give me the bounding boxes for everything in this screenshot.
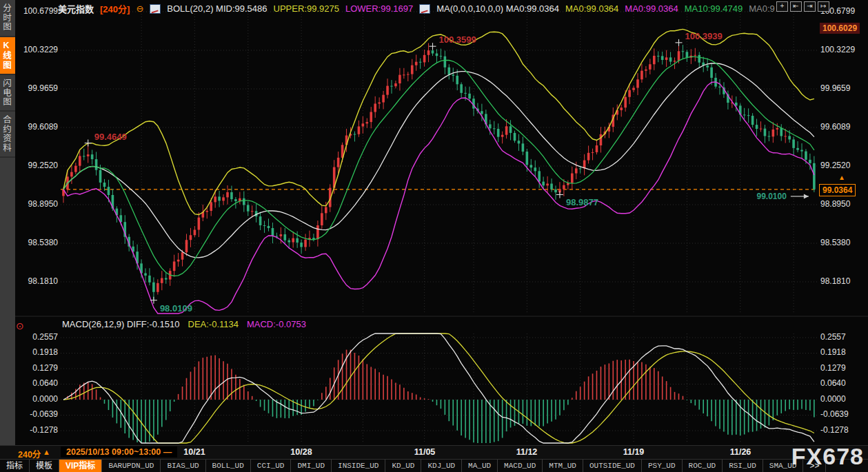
macd-header: MACD(26,12,9) DIFF:-0.1510DEA:-0.1134MAC…: [62, 319, 306, 329]
macd-axis-right-label: 0.1918: [820, 347, 846, 357]
ma10-value: MA10:99.4749: [685, 3, 743, 14]
tab-cci-ud[interactable]: CCI_UD: [251, 460, 292, 472]
main-axis-left-label: 98.1810: [18, 276, 58, 286]
main-axis-right-label: 98.8950: [820, 199, 850, 209]
macd-axis-left-label: 0.1918: [18, 347, 58, 357]
main-axis-left-label: 98.5380: [18, 238, 58, 247]
svg-text:98.0109: 98.0109: [160, 303, 192, 314]
tab-barupdn-ud[interactable]: BARUPDN_UD: [102, 460, 161, 472]
main-axis-right-label: 98.1810: [820, 276, 850, 286]
period-tag: [240分]: [100, 2, 130, 15]
tab-kd-ud[interactable]: KD_UD: [385, 460, 421, 472]
date-label: 11/12: [516, 447, 538, 457]
macd-axis-right-label: 0.0000: [820, 394, 846, 404]
macd-settings-icon[interactable]: ⊙: [16, 320, 24, 331]
date-label: 11/26: [730, 447, 751, 457]
tab-macd-ud[interactable]: MACD_UD: [498, 460, 543, 472]
macd-axis-left-label: 0.1279: [18, 363, 58, 373]
main-axis-right-label: 99.2520: [820, 161, 850, 170]
tab-dmi-ud[interactable]: DMI_UD: [291, 460, 332, 472]
fx678-watermark: FX678: [791, 442, 864, 470]
chart-canvas[interactable]: 99.464998.0109100.359998.9877100.393999.…: [0, 0, 868, 445]
boll-lower-value: LOWER:99.1697: [345, 3, 413, 14]
fit-left-icon[interactable]: ⇤: [790, 1, 802, 12]
boll-upper-value: UPPER:99.9275: [274, 3, 339, 14]
session-high-badge: 100.6029: [820, 23, 860, 34]
macd-axis-right-label: 0.0640: [820, 378, 846, 388]
time-axis-row: 240分 ▲ 2025/10/13 09:00~13:00 — 10/2110/…: [0, 445, 868, 460]
macd-axis-right-label: 0.1279: [820, 363, 846, 373]
date-label: 10/28: [290, 447, 312, 457]
tab-rsi-ud[interactable]: RSI_UD: [723, 460, 763, 472]
main-axis-right-label: 100.3229: [820, 45, 855, 54]
macd-axis-right-label: -0.1278: [820, 425, 849, 435]
macd-diff-value: MACD(26,12,9) DIFF:-0.1510: [62, 319, 180, 329]
ma0-white-value: MA(0,0,0,10,0,0) MA0:99.0364: [436, 3, 559, 14]
sidebar-item-lightning-chart[interactable]: 闪电图: [0, 75, 15, 112]
boll-indicator-icon: [150, 4, 161, 14]
tab-mtm-ud[interactable]: MTM_UD: [543, 460, 583, 472]
chart-toolbar-icons: +⇤⇥↦: [776, 1, 829, 12]
main-axis-right-label: 99.6089: [820, 122, 850, 132]
tab-bias-ud[interactable]: BIAS_UD: [161, 460, 205, 472]
main-axis-left-label: 98.8950: [18, 199, 58, 209]
ma-indicator-icon: [419, 4, 430, 14]
macd-axis-left-label: -0.1278: [18, 425, 58, 435]
macd-macd-value: MACD:-0.0753: [247, 319, 306, 329]
main-axis-right-label: 98.5380: [820, 238, 850, 247]
tab-psy-ud[interactable]: PSY_UD: [642, 460, 683, 472]
main-axis-right-label: 99.9659: [820, 83, 850, 93]
sidebar-item-contract-info[interactable]: 合约资料: [0, 112, 15, 158]
macd-axis-left-label: 0.2557: [18, 332, 58, 342]
svg-text:99.4649: 99.4649: [94, 132, 127, 142]
svg-text:100.3599: 100.3599: [439, 34, 476, 45]
main-axis-left-label: 99.2520: [18, 161, 58, 170]
tab-inside-ud[interactable]: INSIDE_UD: [332, 460, 385, 472]
macd-dea-value: DEA:-0.1134: [188, 319, 239, 329]
macd-axis-right-label: 0.2557: [820, 332, 846, 342]
sidebar-item-time-chart[interactable]: 分时图: [0, 0, 15, 37]
tab-vip-[interactable]: VIP指标: [59, 460, 102, 472]
current-price-box: 99.0364: [819, 184, 856, 196]
price-up-arrow-icon: ▲: [838, 174, 845, 181]
period-up-arrow-icon[interactable]: ▲: [43, 448, 50, 456]
macd-axis-left-label: 0.0640: [18, 378, 58, 388]
boll-mid-value: BOLL(20,2) MID:99.5486: [167, 3, 267, 14]
sidebar-item-kline-chart[interactable]: K线图: [0, 37, 15, 75]
tab-ma-ud[interactable]: MA_UD: [462, 460, 498, 472]
collapse-indicator-icon: ⊖: [136, 3, 143, 14]
indicator-header: 美元指数[240分]⊖BOLL(20,2) MID:99.5486UPPER:9…: [58, 2, 775, 15]
tab--[interactable]: 指标: [0, 460, 30, 472]
chart-app-window: 99.464998.0109100.359998.9877100.393999.…: [0, 0, 868, 472]
pan-right-icon[interactable]: ↦: [818, 1, 829, 12]
tab-roc-ud[interactable]: ROC_UD: [683, 460, 723, 472]
ma0-gray-value: MA0:9: [749, 3, 775, 14]
tab-boll-ud[interactable]: BOLL_UD: [206, 460, 251, 472]
bar-time-range-label: 2025/10/13 09:00~13:00 —: [61, 447, 177, 458]
svg-text:100.3939: 100.3939: [685, 31, 723, 41]
tab-outside-ud[interactable]: OUTSIDE_UD: [583, 460, 642, 472]
svg-text:99.0100: 99.0100: [756, 192, 787, 201]
tab--[interactable]: 模板: [30, 460, 59, 472]
main-axis-left-label: 100.6799: [18, 6, 58, 16]
main-axis-left-label: 99.6089: [18, 122, 58, 132]
main-axis-left-label: 100.3229: [18, 45, 58, 54]
ma0-magenta-value: MA0:99.0364: [625, 3, 678, 14]
ma0-yellow-value: MA0:99.0364: [565, 3, 618, 14]
macd-axis-right-label: -0.0639: [820, 409, 849, 419]
indicator-tabs-bar: 指标模板VIP指标BARUPDN_UDBIAS_UDBOLL_UDCCI_UDD…: [0, 459, 868, 472]
macd-axis-left-label: -0.0639: [18, 409, 58, 419]
crosshair-icon[interactable]: +: [776, 1, 788, 12]
date-label: 11/05: [414, 447, 436, 457]
date-label: 10/21: [183, 447, 205, 457]
chart-type-sidebar: 分时图K线图闪电图合约资料: [0, 0, 15, 445]
date-label: 11/19: [623, 447, 645, 457]
fit-right-icon[interactable]: ⇥: [804, 1, 816, 12]
macd-axis-left-label: 0.0000: [18, 394, 58, 404]
svg-text:98.9877: 98.9877: [566, 197, 598, 207]
main-axis-left-label: 99.9659: [18, 83, 58, 93]
tab-kdj-ud[interactable]: KDJ_UD: [421, 460, 462, 472]
symbol-title: 美元指数: [58, 2, 94, 15]
